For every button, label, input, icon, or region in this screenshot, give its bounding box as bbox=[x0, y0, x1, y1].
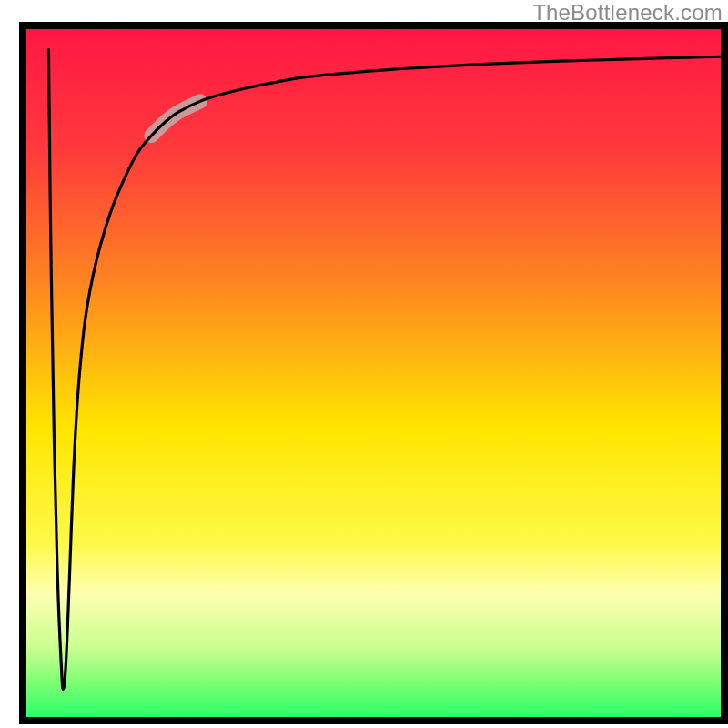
gradient-background bbox=[26, 29, 721, 717]
chart-container: TheBottleneck.com bbox=[0, 0, 728, 728]
watermark-text: TheBottleneck.com bbox=[532, 0, 723, 25]
bottleneck-chart bbox=[0, 0, 728, 728]
